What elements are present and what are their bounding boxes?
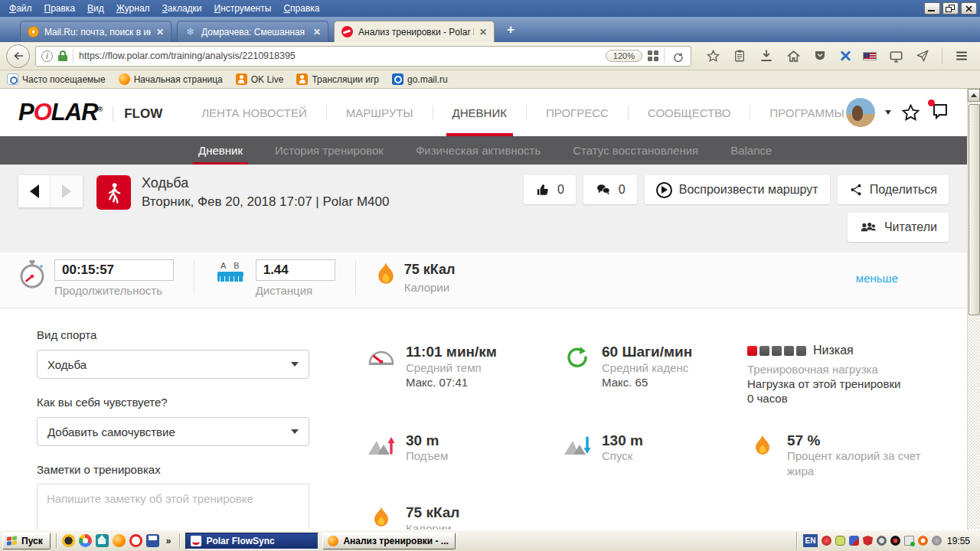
share-button[interactable]: Поделиться <box>838 175 949 204</box>
menu-bookmarks[interactable]: Закладки <box>156 1 208 16</box>
firefox-icon[interactable] <box>113 534 126 547</box>
menu-help[interactable]: Справка <box>277 1 325 16</box>
nav-diary[interactable]: ДНЕВНИК <box>433 89 526 136</box>
downloads-icon[interactable] <box>759 48 774 64</box>
duration-input[interactable] <box>54 259 174 281</box>
task-polar-flowsync[interactable]: Polar FlowSync <box>185 533 318 549</box>
tray-icon[interactable] <box>835 536 845 546</box>
nav-progress[interactable]: ПРОГРЕСС <box>527 89 628 136</box>
language-indicator[interactable]: EN <box>803 534 818 547</box>
chrome-icon[interactable] <box>79 534 92 547</box>
bookmark-label: Трансляции игр <box>312 74 379 85</box>
tab-mailru[interactable]: Mail.Ru: почта, поиск в инт... ✕ <box>20 21 172 42</box>
show-less-link[interactable]: меньше <box>856 272 898 285</box>
account-dropdown-caret[interactable] <box>885 110 891 115</box>
distance-input[interactable] <box>256 259 335 281</box>
subnav-recovery-status[interactable]: Статус восстановления <box>557 136 714 165</box>
followers-button[interactable]: Читатели <box>848 213 949 242</box>
bookmark-ok-live[interactable]: OK Live <box>236 73 284 85</box>
tab-close-icon[interactable]: ✕ <box>313 27 321 37</box>
bookmark-star-icon[interactable] <box>705 48 720 64</box>
notification-dot <box>928 99 935 106</box>
url-text[interactable]: https://flow.polar.com/training/analysis… <box>79 51 600 61</box>
subnav-training-history[interactable]: История тренировок <box>259 136 400 165</box>
task-firefox-analysis[interactable]: Анализ тренировки - ... <box>322 533 456 549</box>
notifications-chat-icon[interactable] <box>930 102 950 123</box>
like-button[interactable]: 0 <box>524 175 576 204</box>
scroll-up-button[interactable] <box>968 89 980 102</box>
new-tab-button[interactable]: + <box>500 22 521 42</box>
bookmark-go-mail-ru[interactable]: go.mail.ru <box>392 73 448 85</box>
bookmark-home-page[interactable]: Начальная страница <box>119 73 223 85</box>
start-button[interactable]: Пуск <box>2 533 51 549</box>
vertical-scrollbar[interactable] <box>967 89 980 530</box>
restore-button[interactable] <box>942 2 959 15</box>
training-titles: Ходьба Вторник, Фев 20, 2018 17:07 | Pol… <box>142 175 389 210</box>
reload-icon[interactable] <box>670 48 685 64</box>
comments-button[interactable]: 0 <box>583 175 637 204</box>
tab-close-icon[interactable]: ✕ <box>156 27 164 37</box>
menu-history[interactable]: Журнал <box>110 1 156 16</box>
load-level: Низкая <box>813 344 854 357</box>
like-count: 0 <box>557 183 564 197</box>
address-bar[interactable]: i https://flow.polar.com/training/analys… <box>35 46 691 67</box>
nav-community[interactable]: СООБЩЕСТВО <box>629 89 750 136</box>
hamburger-menu-icon[interactable] <box>954 48 969 64</box>
daemon-tools-icon[interactable] <box>62 534 75 547</box>
summary-divider <box>355 261 356 295</box>
menu-file[interactable]: Файл <box>3 1 38 16</box>
menu-tools[interactable]: Инструменты <box>208 1 278 16</box>
us-flag-icon[interactable] <box>863 52 877 60</box>
bookmark-frequently-visited[interactable]: Часто посещаемые <box>7 73 106 85</box>
subnav-physical-activity[interactable]: Физическая активность <box>400 136 557 165</box>
tray-icon[interactable] <box>918 536 928 546</box>
tray-icon-mail[interactable] <box>904 536 914 546</box>
tray-icon[interactable] <box>890 536 900 546</box>
taskbar-clock[interactable]: 19:55 <box>947 536 970 546</box>
sport-type-select[interactable]: Ходьба <box>37 350 309 379</box>
tab-domracheva[interactable]: ❄ Домрачева: Смешанная эст... ✕ <box>177 21 328 42</box>
comment-count: 0 <box>619 183 626 197</box>
save-disk-icon[interactable] <box>146 534 159 547</box>
tab-close-icon[interactable]: ✕ <box>479 27 487 37</box>
close-button[interactable] <box>961 2 977 15</box>
x-extension-icon[interactable] <box>839 50 851 62</box>
tray-icon[interactable] <box>849 536 859 546</box>
previous-training-button[interactable] <box>18 175 51 207</box>
tray-icon[interactable] <box>822 536 831 546</box>
next-training-button[interactable] <box>51 175 83 207</box>
send-page-icon[interactable] <box>915 48 930 64</box>
scrollbar-thumb[interactable] <box>969 104 980 315</box>
minimize-button[interactable] <box>924 2 940 15</box>
notes-textarea[interactable] <box>37 484 309 530</box>
subnav-balance[interactable]: Balance <box>714 136 788 165</box>
home-icon[interactable] <box>786 48 801 64</box>
info-icon[interactable]: i <box>41 51 53 62</box>
favorites-star-icon[interactable] <box>901 103 920 122</box>
nav-feed[interactable]: ЛЕНТА НОВОСТЕЙ <box>182 89 325 136</box>
descent-label: Спуск <box>602 448 643 464</box>
grid-icon[interactable] <box>648 51 658 61</box>
pocket-icon[interactable] <box>812 48 828 64</box>
tray-icon-webcam[interactable] <box>877 536 887 546</box>
play-route-button[interactable]: Воспроизвести маршрут <box>645 175 830 204</box>
quicklaunch-overflow-chevron[interactable]: » <box>163 536 175 546</box>
nav-routes[interactable]: МАРШРУТЫ <box>327 89 433 136</box>
screenshare-icon[interactable] <box>888 48 903 64</box>
tray-icon-volume[interactable] <box>932 536 942 546</box>
tray-icon-shield[interactable] <box>863 536 873 546</box>
subnav-diary[interactable]: Дневник <box>182 136 259 165</box>
bookmarks-sidebar-icon[interactable] <box>732 48 747 64</box>
opera-icon[interactable] <box>129 534 142 547</box>
bookmark-game-streams[interactable]: Трансляции игр <box>296 73 379 85</box>
polar-logo[interactable]: POLAR® <box>18 99 102 126</box>
home-app-icon[interactable] <box>96 534 109 547</box>
feeling-select[interactable]: Добавить самочувствие <box>37 417 309 446</box>
menu-view[interactable]: Вид <box>81 1 110 16</box>
zoom-level-badge[interactable]: 120% <box>606 50 642 62</box>
calories-label: Калории <box>404 281 456 294</box>
menu-edit[interactable]: Правка <box>38 1 82 16</box>
tab-polar-analysis[interactable]: Анализ тренировки - Polar F... ✕ <box>334 21 495 42</box>
back-button[interactable] <box>6 44 30 68</box>
avatar[interactable] <box>846 98 875 127</box>
